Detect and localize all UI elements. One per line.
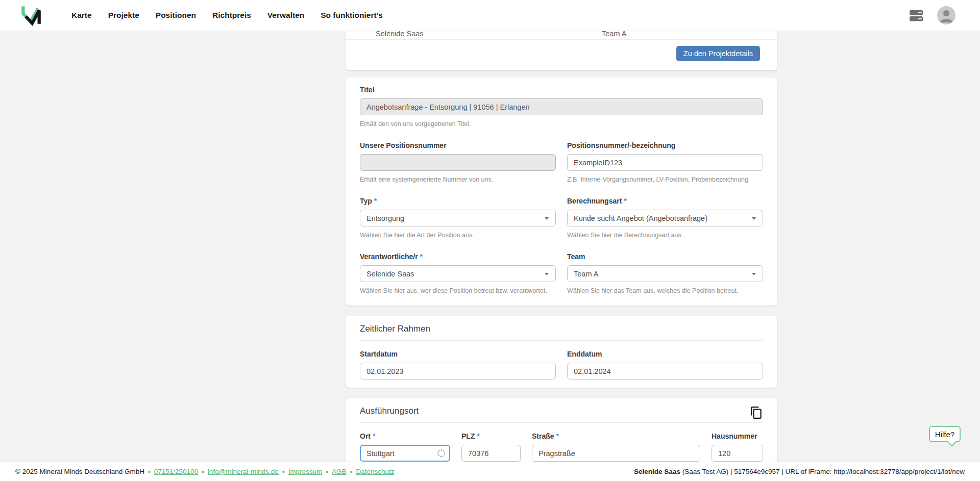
position-form-card: Titel Erhält den von uns vorgegebenen Ti… [346, 78, 777, 306]
top-navbar: Karte Projekte Positionen Richtpreis Ver… [0, 0, 980, 31]
plz-label: PLZ * [461, 432, 521, 441]
copy-icon[interactable] [750, 406, 763, 419]
nav-item-verwalten[interactable]: Verwalten [267, 11, 304, 20]
field-strasse: Straße * [532, 432, 700, 462]
field-typ: Typ * Entsorgung Wählen Sie hier die Art… [360, 197, 556, 239]
footer-phone-link[interactable]: 07151/250100 [154, 468, 198, 475]
verantwortliche-select[interactable]: Selenide Saas [360, 265, 556, 282]
footer-agb-link[interactable]: AGB [332, 468, 347, 475]
zeitlicher-rahmen-title: Zeitlicher Rahmen [360, 324, 763, 334]
team-select[interactable]: Team A [567, 265, 763, 282]
separator-dot: • [148, 468, 151, 475]
footer-session-info: Selenide Saas (Saas Test AG) | 517564e9c… [634, 468, 965, 475]
project-responsible-value: Selenide Saas [376, 31, 424, 39]
ort-label: Ort * [360, 432, 450, 441]
startdatum-label: Startdatum [360, 350, 556, 359]
field-plz: PLZ * [461, 432, 521, 462]
positionsnummer-input[interactable] [567, 154, 763, 171]
separator-dot: • [202, 468, 204, 475]
separator-dot: • [326, 468, 328, 475]
nav-item-so-funktionierts[interactable]: So funktioniert's [321, 11, 383, 20]
verantwortliche-helper: Wählen Sie hier aus, wer diese Position … [360, 287, 556, 295]
footer: © 2025 Mineral Minds Deutschland GmbH • … [0, 462, 980, 481]
field-verantwortliche: Verantwortliche/r * Selenide Saas Wählen… [360, 252, 556, 295]
footer-impressum-link[interactable]: Impressum [288, 468, 323, 475]
app-logo-icon[interactable] [19, 4, 43, 27]
nav-item-richtpreis[interactable]: Richtpreis [212, 11, 251, 20]
titel-label: Titel [360, 86, 763, 94]
project-summary-card: Selenide Saas Team A Zu den Projektdetai… [346, 31, 777, 70]
verantwortliche-label: Verantwortliche/r * [360, 252, 556, 261]
speech-bubble-tail [948, 438, 957, 447]
team-label: Team [567, 252, 763, 261]
enddatum-label: Enddatum [567, 350, 763, 359]
berechnungsart-helper: Wählen Sie hier die Berechnungsart aus. [567, 232, 763, 239]
typ-select[interactable]: Entsorgung [360, 210, 556, 226]
field-unsere-positionsnummer: Unsere Positionsnummer Erhält eine syste… [360, 141, 556, 184]
verantwortliche-select-value: Selenide Saas [366, 270, 414, 278]
loading-spinner-icon [437, 449, 445, 457]
help-button[interactable]: Hilfe? [929, 426, 961, 442]
required-marker: * [373, 432, 375, 440]
titel-input [360, 98, 763, 115]
footer-email-link[interactable]: info@mineral-minds.de [208, 468, 279, 475]
field-titel: Titel Erhält den von uns vorgegebenen Ti… [360, 86, 763, 128]
required-marker: * [556, 432, 558, 440]
typ-select-value: Entsorgung [366, 214, 404, 222]
separator-dot: • [282, 468, 285, 475]
footer-datenschutz-link[interactable]: Datenschutz [356, 468, 394, 475]
content-area: Selenide Saas Team A Zu den Projektdetai… [346, 31, 777, 481]
berechnungsart-select[interactable]: Kunde sucht Angebot (Angebotsanfrage) [567, 210, 763, 226]
footer-user-name: Selenide Saas [634, 468, 680, 475]
required-marker: * [420, 252, 422, 261]
hausnummer-input[interactable] [712, 445, 763, 462]
field-enddatum: Enddatum [567, 350, 763, 379]
nav-item-karte[interactable]: Karte [71, 11, 92, 20]
team-helper: Wählen Sie hier das Team aus, welches di… [567, 287, 763, 295]
chevron-down-icon [545, 273, 549, 275]
plz-input[interactable] [461, 445, 521, 462]
ort-input[interactable] [360, 445, 450, 462]
field-hausnummer: Hausnummer [712, 432, 763, 462]
unsere-positionsnummer-input [360, 154, 556, 171]
typ-label: Typ * [360, 197, 556, 206]
main-navigation: Karte Projekte Positionen Richtpreis Ver… [71, 11, 383, 20]
typ-helper: Wählen Sie hier die Art der Position aus… [360, 232, 556, 239]
project-summary-row: Selenide Saas Team A [346, 31, 777, 39]
chevron-down-icon [545, 217, 549, 220]
field-ort: Ort * [360, 432, 450, 462]
project-details-button[interactable]: Zu den Projektdetails [676, 46, 760, 61]
chevron-down-icon [752, 217, 756, 220]
field-team: Team Team A Wählen Sie hier das Team aus… [567, 252, 763, 295]
server-icon[interactable] [909, 8, 924, 23]
strasse-label: Straße * [532, 432, 700, 441]
field-positionsnummer: Positionsnummer/-bezeichnung Z.B. Intern… [567, 141, 763, 184]
footer-left: © 2025 Mineral Minds Deutschland GmbH • … [15, 468, 394, 475]
divider [360, 340, 763, 341]
enddatum-input[interactable] [567, 363, 763, 379]
berechnungsart-label: Berechnungsart * [567, 197, 763, 206]
help-button-label: Hilfe? [935, 430, 954, 439]
field-berechnungsart: Berechnungsart * Kunde sucht Angebot (An… [567, 197, 763, 239]
separator-dot: • [350, 468, 353, 475]
hausnummer-label: Hausnummer [712, 432, 763, 441]
team-select-value: Team A [574, 270, 598, 278]
positionsnummer-helper: Z.B. Interne-Vorgangsnummer, LV-Position… [567, 176, 763, 184]
field-startdatum: Startdatum [360, 350, 556, 379]
user-avatar[interactable] [937, 6, 955, 24]
positionsnummer-label: Positionsnummer/-bezeichnung [567, 141, 763, 150]
startdatum-input[interactable] [360, 363, 556, 379]
divider [360, 422, 763, 423]
required-marker: * [374, 197, 377, 205]
nav-item-projekte[interactable]: Projekte [108, 11, 139, 20]
berechnungsart-select-value: Kunde sucht Angebot (Angebotsanfrage) [574, 214, 707, 222]
ausfuehrungsort-title: Ausführungsort [360, 406, 419, 416]
nav-item-positionen[interactable]: Positionen [156, 11, 196, 20]
strasse-input[interactable] [532, 445, 700, 462]
copyright-text: © 2025 Mineral Minds Deutschland GmbH [15, 468, 144, 475]
titel-helper: Erhält den von uns vorgegebenen Titel. [360, 120, 763, 128]
project-team-value: Team A [602, 31, 626, 39]
chevron-down-icon [752, 273, 756, 275]
required-marker: * [477, 432, 479, 440]
required-marker: * [624, 197, 626, 205]
